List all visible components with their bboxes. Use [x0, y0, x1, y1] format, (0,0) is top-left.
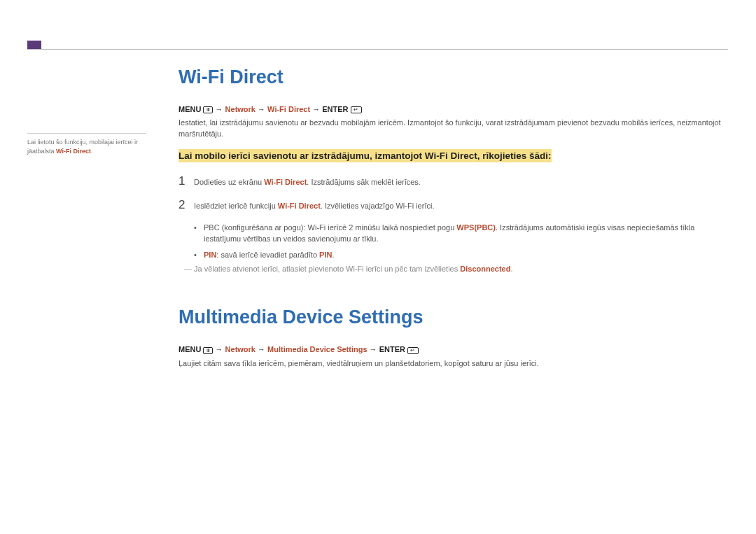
bullet-1-a: PBC (konfigurēšana ar pogu): Wi-Fi ierīc…	[204, 223, 456, 232]
section2: Multimedia Device Settings MENU Ⅲ → Netw…	[178, 307, 728, 369]
step-2: 2 Ieslēdziet ierīcē funkciju Wi-Fi Direc…	[178, 198, 728, 212]
step-2-b: . Izvēlieties vajadzīgo Wi-Fi ierīci.	[321, 202, 435, 210]
section1-title: Wi-Fi Direct	[178, 66, 728, 88]
bullet-2-red1: PIN	[204, 251, 216, 259]
note-a: Ja vēlaties atvienot ierīci, atlasiet pi…	[194, 265, 460, 273]
step-1-red: Wi-Fi Direct	[264, 178, 307, 186]
step-1: 1 Dodieties uz ekrānu Wi-Fi Direct. Izst…	[178, 174, 728, 188]
bullet-2-a: : savā ierīcē ievadiet parādīto	[216, 251, 319, 259]
section2-body: Ļaujiet citām sava tīkla ierīcēm, piemēr…	[178, 358, 728, 370]
bullet-2: • PIN: savā ierīcē ievadiet parādīto PIN…	[194, 249, 728, 261]
note-dash: ―	[184, 265, 194, 273]
menu-p2: Multimedia Device Settings	[267, 345, 367, 353]
note-row: ― Ja vēlaties atvienot ierīci, atlasiet …	[184, 265, 728, 273]
arrow: →	[368, 345, 379, 353]
bullet-1: • PBC (konfigurēšana ar pogu): Wi-Fi ier…	[194, 222, 728, 245]
note-text: Ja vēlaties atvienot ierīci, atlasiet pi…	[194, 265, 512, 273]
side-note-text-post: .	[91, 148, 93, 155]
arrow: →	[310, 105, 322, 113]
bullet-1-red: WPS(PBC)	[456, 223, 496, 232]
enter-label: ENTER	[379, 345, 405, 353]
step-1-a: Dodieties uz ekrānu	[194, 178, 264, 186]
side-note-highlight: Wi-Fi Direct	[56, 148, 91, 155]
section1-intro: Iestatiet, lai izstrādājumu savienotu ar…	[178, 118, 728, 140]
menu-icon: Ⅲ	[203, 347, 213, 354]
section2-menu-path: MENU Ⅲ → Network → Multimedia Device Set…	[178, 345, 728, 353]
header-color-tab	[27, 41, 41, 49]
bullet-2-text: PIN: savā ierīcē ievadiet parādīto PIN.	[204, 249, 335, 261]
arrow: →	[255, 105, 267, 113]
enter-label: ENTER	[322, 105, 348, 113]
step-2-red: Wi-Fi Direct	[278, 202, 321, 210]
arrow: →	[216, 105, 225, 113]
arrow: →	[255, 345, 267, 353]
bullet-list: • PBC (konfigurēšana ar pogu): Wi-Fi ier…	[194, 222, 728, 261]
step-2-a: Ieslēdziet ierīcē funkciju	[194, 202, 278, 210]
note-b: .	[510, 265, 512, 273]
step-1-num: 1	[178, 174, 194, 188]
enter-icon	[351, 106, 362, 113]
menu-label: MENU	[178, 105, 201, 113]
section1-highlight: Lai mobilo ierīci savienotu ar izstrādāj…	[178, 149, 552, 162]
main-content: Wi-Fi Direct MENU Ⅲ → Network → Wi-Fi Di…	[178, 66, 728, 377]
note-red: Disconnected	[460, 265, 510, 273]
side-note: Lai lietotu šo funkciju, mobilajai ierīc…	[27, 133, 146, 155]
menu-label: MENU	[178, 345, 201, 353]
bullet-dot: •	[194, 222, 204, 245]
menu-p1: Network	[225, 345, 255, 353]
section1-menu-path: MENU Ⅲ → Network → Wi-Fi Direct → ENTER	[178, 105, 728, 113]
menu-p1: Network	[225, 105, 255, 113]
bullet-dot: •	[194, 249, 204, 261]
arrow: →	[216, 345, 225, 353]
header-divider	[27, 49, 728, 50]
step-2-num: 2	[178, 198, 194, 212]
bullet-2-red2: PIN	[319, 251, 332, 259]
highlight-wrap: Lai mobilo ierīci savienotu ar izstrādāj…	[178, 148, 728, 164]
bullet-1-text: PBC (konfigurēšana ar pogu): Wi-Fi ierīc…	[204, 222, 728, 245]
step-1-b: . Izstrādājums sāk meklēt ierīces.	[307, 178, 421, 186]
step-1-text: Dodieties uz ekrānu Wi-Fi Direct. Izstrā…	[194, 177, 421, 188]
menu-icon: Ⅲ	[203, 106, 213, 113]
enter-icon	[407, 347, 419, 354]
section2-title: Multimedia Device Settings	[178, 307, 728, 328]
step-2-text: Ieslēdziet ierīcē funkciju Wi-Fi Direct.…	[194, 201, 434, 211]
menu-p2: Wi-Fi Direct	[267, 105, 310, 113]
bullet-2-b: .	[332, 251, 334, 259]
